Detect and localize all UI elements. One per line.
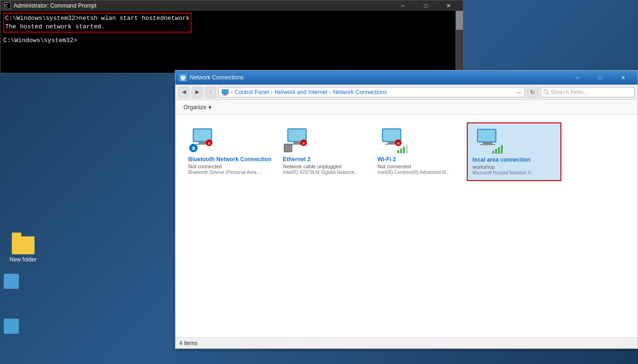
- search-placeholder: Search Netw...: [551, 89, 588, 95]
- bluetooth-icon-wrapper: ✕ ʙ: [188, 128, 218, 153]
- breadcrumb-sep-2: ›: [271, 89, 273, 95]
- cmd-scrollbar[interactable]: [455, 11, 463, 73]
- cmd-highlighted-block: C:\Windows\system32>netsh wlan start hos…: [3, 13, 460, 33]
- ethernet2-icon-wrapper: ✕: [283, 128, 313, 153]
- desktop-icon-1[interactable]: [0, 267, 23, 295]
- organize-dropdown-icon: ▾: [209, 104, 211, 111]
- svg-rect-12: [194, 130, 211, 141]
- cmd-output: The hosted network started.: [5, 23, 105, 30]
- svg-rect-5: [181, 80, 185, 80]
- bluetooth-badge: ʙ: [189, 144, 198, 152]
- bluetooth-detail: Bluetooth Device (Personal Area ...: [188, 170, 262, 175]
- local-area-signal-icon: [492, 145, 503, 154]
- bluetooth-status: Not connected: [188, 164, 222, 169]
- svg-rect-34: [478, 130, 495, 141]
- breadcrumb-control-panel[interactable]: Control Panel: [235, 89, 269, 95]
- svg-text:✕: ✕: [302, 141, 306, 146]
- svg-rect-39: [498, 147, 500, 154]
- svg-rect-18: [288, 130, 306, 141]
- svg-text:✕: ✕: [207, 141, 211, 146]
- svg-rect-35: [483, 142, 492, 144]
- main-content: ✕ ʙ Bluetooth Network Connection Not con…: [175, 115, 638, 348]
- svg-line-10: [547, 93, 549, 95]
- svg-rect-32: [406, 145, 408, 153]
- local-area-icon-wrapper: [472, 128, 503, 154]
- connection-local-area[interactable]: local area connection workshop Microsoft…: [467, 122, 561, 181]
- cmd-scrollbar-thumb: [456, 11, 463, 30]
- svg-text:C: C: [5, 4, 8, 9]
- folder-icon: [12, 236, 35, 254]
- network-connections-window: Network Connections ─ □ ✕ ◀ ▶ ↑ › Contro…: [175, 70, 638, 349]
- local-area-detail: Microsoft Hosted Network V...: [472, 170, 534, 175]
- svg-rect-37: [492, 151, 494, 154]
- forward-button[interactable]: ▶: [192, 87, 203, 98]
- ethernet2-detail: Intel(R) 82579LM Gigabit Network...: [283, 170, 358, 175]
- ethernet-plug-icon: [284, 144, 292, 152]
- address-computer-icon: [221, 88, 229, 96]
- svg-rect-30: [400, 148, 402, 153]
- desktop-icon-2[interactable]: [0, 312, 23, 340]
- toolbar: Organize ▾: [175, 100, 638, 115]
- wifi2-icon-wrapper: ✕: [377, 128, 408, 153]
- content-area: ✕ ʙ Bluetooth Network Connection Not con…: [175, 115, 638, 348]
- network-close-button[interactable]: ✕: [612, 72, 634, 83]
- svg-rect-38: [495, 149, 497, 154]
- network-window-icon: [179, 74, 187, 81]
- svg-rect-40: [501, 145, 503, 154]
- svg-rect-31: [403, 147, 405, 153]
- network-titlebar-left: Network Connections: [179, 74, 244, 81]
- cmd-window-title: Administrator: Command Prompt: [14, 2, 96, 9]
- ethernet2-status: Network cable unplugged: [283, 164, 341, 169]
- address-bar: ◀ ▶ ↑ › Control Panel › Network and Inte…: [175, 85, 638, 100]
- svg-rect-8: [223, 95, 227, 95]
- svg-rect-3: [181, 76, 185, 79]
- cmd-titlebar: C Administrator: Command Prompt ─ □ ✕: [0, 0, 463, 11]
- svg-rect-24: [383, 130, 400, 141]
- svg-rect-7: [224, 94, 227, 95]
- folder-label: New folder: [9, 256, 36, 263]
- cmd-window-controls: ─ □ ✕: [392, 0, 459, 11]
- breadcrumb-network-internet[interactable]: Network and Internet: [275, 89, 327, 95]
- cmd-command: C:\Windows\system32>netsh wlan start hos…: [5, 15, 190, 22]
- network-minimize-button[interactable]: ─: [567, 72, 588, 83]
- bluetooth-name: Bluetooth Network Connection: [188, 156, 271, 163]
- connection-ethernet2[interactable]: ✕ Ethernet 2 Network cable unplugged Int…: [278, 122, 372, 181]
- back-button[interactable]: ◀: [178, 87, 190, 98]
- svg-rect-29: [397, 150, 399, 153]
- local-area-name: local area connection: [472, 156, 531, 163]
- cmd-window-icon: C: [4, 2, 11, 9]
- network-maximize-button[interactable]: □: [589, 72, 611, 83]
- local-area-status: workshop: [472, 164, 495, 170]
- cmd-prompt: C:\Windows\system32>: [3, 37, 77, 44]
- ethernet2-name: Ethernet 2: [283, 156, 311, 163]
- search-box[interactable]: Search Netw...: [540, 87, 635, 97]
- wifi2-status: Not connected: [377, 164, 411, 169]
- search-icon: [543, 89, 549, 95]
- breadcrumb-sep-3: ›: [329, 89, 331, 95]
- network-window-controls: ─ □ ✕: [567, 72, 634, 83]
- cmd-titlebar-left: C Administrator: Command Prompt: [4, 2, 96, 9]
- svg-rect-4: [182, 79, 184, 80]
- cmd-window: C Administrator: Command Prompt ─ □ ✕ C:…: [0, 0, 463, 73]
- cmd-maximize-button[interactable]: □: [415, 0, 437, 11]
- item-count: 4 items: [179, 340, 198, 347]
- connection-wifi2[interactable]: ✕ Wi-Fi 2 Not connected Intel(R) Centrin…: [372, 122, 467, 181]
- wifi2-name: Wi-Fi 2: [377, 156, 396, 163]
- svg-point-9: [544, 90, 548, 94]
- network-window-title: Network Connections: [190, 74, 244, 81]
- refresh-button[interactable]: ↻: [527, 87, 538, 98]
- organize-label: Organize: [184, 104, 207, 111]
- address-field[interactable]: › Control Panel › Network and Internet ›…: [218, 87, 525, 97]
- cmd-close-button[interactable]: ✕: [437, 0, 459, 11]
- network-titlebar: Network Connections ─ □ ✕: [175, 70, 638, 85]
- up-button[interactable]: ↑: [205, 87, 216, 98]
- wifi2-detail: Intel(R) Centrino(R) Advanced-N...: [377, 170, 450, 175]
- cmd-minimize-button[interactable]: ─: [392, 0, 414, 11]
- organize-button[interactable]: Organize ▾: [179, 102, 216, 113]
- connection-bluetooth[interactable]: ✕ ʙ Bluetooth Network Connection Not con…: [183, 122, 278, 181]
- status-bar: 4 items: [175, 337, 638, 348]
- wifi2-signal-icon: [397, 145, 408, 153]
- breadcrumb-network-connections[interactable]: Network Connections: [333, 89, 387, 95]
- desktop-folder[interactable]: New folder: [9, 236, 36, 263]
- connections-grid: ✕ ʙ Bluetooth Network Connection Not con…: [183, 122, 630, 181]
